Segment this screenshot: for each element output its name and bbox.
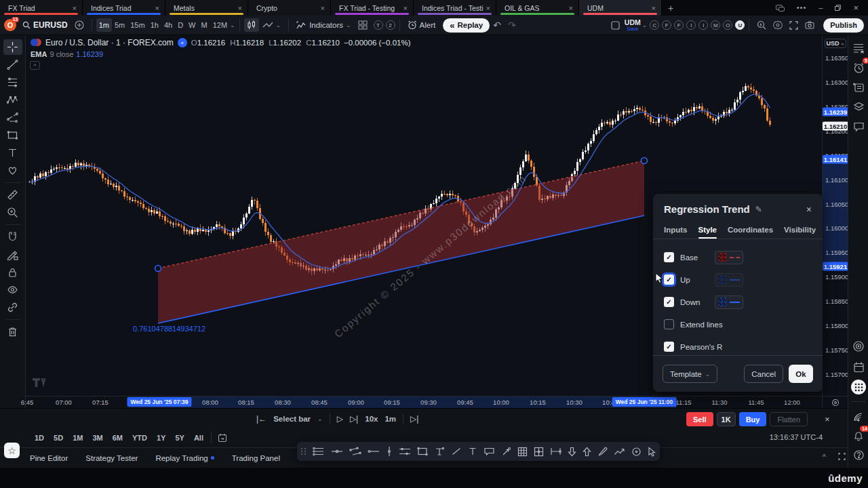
tab-close-icon[interactable]: ×: [652, 4, 656, 12]
fib-box-icon[interactable]: [534, 447, 544, 457]
dialog-tab-inputs[interactable]: Inputs: [664, 226, 688, 239]
axis-settings-corner[interactable]: [822, 396, 848, 408]
dialog-close-icon[interactable]: ×: [806, 204, 812, 215]
browser-tab-indices-triad[interactable]: Indices Triad×: [83, 0, 165, 16]
shapes-rectangle-tool[interactable]: [3, 127, 22, 143]
emoji-heart-tool[interactable]: [3, 163, 22, 178]
prediction-tool[interactable]: [3, 110, 22, 125]
favorites-star-button[interactable]: ☆: [4, 443, 20, 458]
panel-collapse-icon[interactable]: ^: [823, 453, 826, 461]
horizontal-ray-icon[interactable]: [368, 447, 380, 456]
object-tree-icon[interactable]: [851, 100, 866, 115]
channel-anchor-left[interactable]: [155, 266, 161, 272]
browser-tab-crypto[interactable]: Crypto×: [248, 0, 331, 16]
timeframe-1h[interactable]: 1h: [148, 18, 161, 32]
interval-button[interactable]: 1m: [384, 415, 396, 423]
timeframe-1m[interactable]: 1m: [96, 18, 112, 32]
session-clock[interactable]: 13:16:37 UTC-4: [770, 433, 823, 441]
account-button-5-m[interactable]: M: [711, 20, 720, 30]
measure-tool[interactable]: [3, 187, 22, 203]
checkbox-pearson-s-r[interactable]: ✓: [664, 342, 674, 352]
bottom-tab-pine-editor[interactable]: Pine Editor: [30, 454, 68, 462]
bottom-tab-strategy-tester[interactable]: Strategy Tester: [85, 454, 138, 462]
hide-drawings-tool[interactable]: [3, 282, 22, 298]
apps-grid-button[interactable]: [851, 380, 866, 394]
trend-line-icon[interactable]: [451, 447, 462, 456]
text-tool[interactable]: [3, 145, 22, 161]
account-button-7-u[interactable]: U: [735, 20, 745, 30]
fullscreen-icon[interactable]: [786, 18, 802, 33]
dialog-tab-coordinates[interactable]: Coordinates: [728, 226, 773, 239]
range-all[interactable]: All: [189, 434, 208, 442]
arrow-marker-icon[interactable]: [501, 447, 511, 457]
replay-mode-badge-icon[interactable]: «: [178, 38, 187, 47]
time-axis[interactable]: 6:4507:0007:1508:0008:1508:3008:4509:000…: [26, 396, 822, 408]
horizontal-line-icon[interactable]: [331, 447, 343, 456]
signals-icon[interactable]: [851, 409, 866, 424]
legend-collapse-button[interactable]: ^: [30, 61, 40, 70]
parallel-channel-icon[interactable]: [349, 447, 361, 456]
timeframe-5m[interactable]: 5m: [112, 18, 127, 32]
notifications-bell-icon[interactable]: 14: [851, 428, 866, 443]
tab-close-icon[interactable]: ×: [321, 4, 325, 12]
tab-close-icon[interactable]: ×: [569, 4, 573, 12]
browser-tab-udm[interactable]: UDM×: [579, 0, 662, 16]
timeframe-12m[interactable]: 12M: [210, 18, 230, 32]
color-swatch-base[interactable]: [715, 251, 743, 264]
line-style-button[interactable]: ⌄: [259, 18, 285, 33]
minimize-icon[interactable]: –: [818, 4, 823, 12]
hotlist-target-icon[interactable]: [851, 339, 866, 354]
bottom-tab-replay-trading[interactable]: Replay Trading: [155, 454, 214, 462]
quick-search-icon[interactable]: [753, 18, 770, 33]
restore-icon[interactable]: [835, 5, 841, 11]
edit-pencil-icon[interactable]: ✎: [755, 205, 762, 214]
undo-button[interactable]: ↶: [490, 18, 505, 33]
alert-button[interactable]: Alert: [404, 18, 439, 33]
panel-maximize-icon[interactable]: [838, 453, 846, 461]
chat-icon[interactable]: [851, 119, 866, 134]
tab-close-icon[interactable]: ×: [155, 4, 159, 12]
arrow-down-icon[interactable]: [568, 447, 576, 457]
xabcd-pattern-tool[interactable]: [3, 92, 22, 108]
trade-bar-close-icon[interactable]: ×: [825, 414, 830, 424]
tab-close-icon[interactable]: ×: [73, 4, 77, 12]
multichart-select-icon[interactable]: [608, 18, 623, 33]
account-button-1-f[interactable]: F: [662, 20, 671, 30]
trash-tool[interactable]: [3, 324, 22, 340]
tab-preview-icon[interactable]: [776, 5, 785, 12]
bottom-tab-trading-panel[interactable]: Trading Panel: [232, 454, 280, 462]
vertical-line-icon[interactable]: [386, 446, 393, 457]
tab-close-icon[interactable]: ×: [486, 4, 490, 12]
timeframe-m[interactable]: M: [198, 18, 210, 32]
checkbox-up[interactable]: ✓: [664, 274, 674, 285]
range-1y[interactable]: 1Y: [152, 434, 170, 442]
magnet-tool[interactable]: [3, 229, 22, 245]
circle-marker-icon[interactable]: [631, 447, 642, 457]
save-label[interactable]: Save: [627, 26, 638, 32]
help-icon[interactable]: [851, 447, 866, 462]
align-lines-icon[interactable]: [313, 447, 325, 456]
range-3m[interactable]: 3M: [87, 434, 107, 442]
currency-dropdown[interactable]: USD ⌄: [825, 39, 846, 48]
ema-indicator-row[interactable]: EMA 9 close 1.16239: [31, 50, 103, 58]
timeframe-w[interactable]: W: [186, 18, 198, 32]
screenshot-camera-icon[interactable]: [802, 18, 818, 33]
arrow-up-icon[interactable]: [583, 447, 591, 457]
range-5y[interactable]: 5Y: [170, 434, 189, 442]
app-logo[interactable]: O13: [4, 19, 16, 31]
lock-all-tool[interactable]: [3, 264, 22, 280]
layout-grid-button[interactable]: [355, 18, 371, 33]
checkbox-base[interactable]: ✓: [664, 252, 674, 262]
replay-button[interactable]: « Replay: [443, 18, 490, 33]
rectangle-icon[interactable]: [417, 447, 428, 456]
redo-button[interactable]: ↷: [505, 18, 519, 33]
polyline-icon[interactable]: [614, 447, 625, 456]
range-ytd[interactable]: YTD: [127, 434, 152, 442]
goto-date-icon[interactable]: [214, 430, 231, 445]
chart-legend[interactable]: Euro / U.S. Dollar · 1 · FOREX.com « O1.…: [31, 38, 410, 47]
tab-close-icon[interactable]: ×: [238, 4, 242, 12]
flatten-button[interactable]: Flatten: [770, 412, 808, 426]
cancel-button[interactable]: Cancel: [744, 365, 783, 383]
sell-button[interactable]: Sell: [686, 412, 713, 426]
jump-to-end-icon[interactable]: ▷|: [410, 414, 418, 424]
